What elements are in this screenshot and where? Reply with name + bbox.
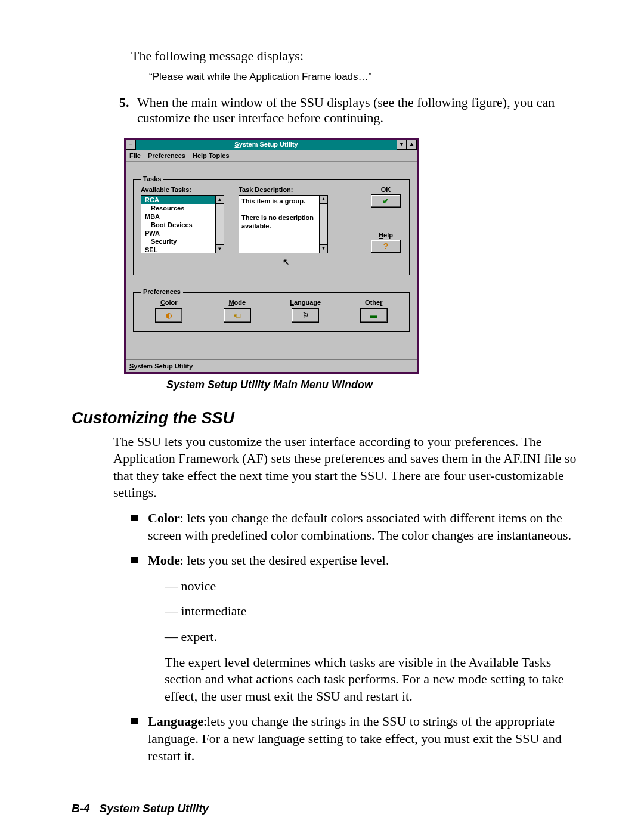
step-text: When the main window of the SSU displays… bbox=[137, 95, 582, 126]
titlebar: – System Setup Utility ▼ ▲ bbox=[126, 140, 417, 150]
ssu-screenshot: – System Setup Utility ▼ ▲ File Preferen… bbox=[124, 138, 582, 374]
pref-mode-label: Mode bbox=[221, 299, 254, 306]
figure-caption: System Setup Utility Main Menu Window bbox=[124, 379, 415, 391]
preferences-group: Preferences Color ◐ Mode •□ Language ⚐ bbox=[133, 292, 410, 332]
pref-color-label: Color bbox=[153, 299, 185, 306]
tasks-scrollbar[interactable]: ▲ ▼ bbox=[215, 195, 224, 253]
bullet-mode: Mode: lets you set the desired expertise… bbox=[131, 552, 582, 705]
available-tasks-label: Available Tasks: bbox=[141, 186, 230, 193]
pref-other-label: Other bbox=[358, 299, 391, 306]
desc-scrollbar[interactable]: ▲ ▼ bbox=[319, 195, 328, 253]
help-label: Help bbox=[370, 231, 402, 239]
maximize-icon[interactable]: ▲ bbox=[407, 140, 417, 150]
bullet-color: Color: lets you change the default color… bbox=[131, 510, 582, 544]
ok-button[interactable]: ✔ bbox=[371, 194, 401, 208]
pref-language-button[interactable]: ⚐ bbox=[292, 308, 319, 323]
palette-icon: ◐ bbox=[166, 311, 172, 320]
tasks-group: Tasks Available Tasks: RCAResourcesMBABo… bbox=[133, 179, 410, 275]
globe-icon: ⚐ bbox=[302, 311, 309, 320]
task-description-box: This item is a group. There is no descri… bbox=[239, 195, 328, 253]
statusbar: System Setup Utility bbox=[126, 359, 417, 372]
available-tasks-list[interactable]: RCAResourcesMBABoot DevicesPWASecuritySE… bbox=[141, 195, 224, 253]
menu-help-topics[interactable]: Help Topics bbox=[193, 152, 230, 159]
minimize-icon[interactable]: ▼ bbox=[397, 140, 407, 150]
menu-preferences[interactable]: Preferences bbox=[148, 152, 185, 159]
intro-line: The following message displays: bbox=[131, 47, 582, 65]
heading-customizing: Customizing the SSU bbox=[72, 409, 582, 428]
scroll-down-icon[interactable]: ▼ bbox=[216, 244, 224, 253]
wait-quote: “Please wait while the Application Frame… bbox=[149, 71, 582, 83]
tasks-legend: Tasks bbox=[141, 175, 163, 182]
mode-after-paragraph: The expert level determines which tasks … bbox=[165, 654, 582, 705]
help-button[interactable]: ? bbox=[371, 240, 401, 253]
system-menu-icon[interactable]: – bbox=[126, 140, 136, 150]
scroll-up-icon[interactable]: ▲ bbox=[216, 196, 224, 204]
other-icon: ▬ bbox=[370, 311, 377, 320]
ok-label: OK bbox=[370, 186, 402, 193]
window-title: System Setup Utility bbox=[136, 140, 397, 150]
menubar: File Preferences Help Topics bbox=[126, 150, 417, 162]
cursor-icon: ↖ bbox=[239, 257, 334, 267]
bullet-language: Language:lets you change the strings in … bbox=[131, 713, 582, 764]
scroll-up-icon[interactable]: ▲ bbox=[320, 196, 327, 204]
pref-language-label: Language bbox=[289, 299, 322, 306]
task-description-label: Task Description: bbox=[239, 186, 334, 193]
task-item[interactable]: Security bbox=[141, 237, 224, 246]
customizing-paragraph: The SSU lets you customize the user inte… bbox=[113, 433, 582, 501]
preferences-legend: Preferences bbox=[141, 288, 183, 295]
task-item[interactable]: Resources bbox=[141, 204, 224, 212]
scroll-down-icon[interactable]: ▼ bbox=[320, 244, 327, 253]
mode-level: intermediate bbox=[165, 603, 582, 620]
mode-icon: •□ bbox=[234, 311, 240, 320]
page-footer: B-4 System Setup Utility bbox=[72, 802, 209, 815]
menu-file[interactable]: File bbox=[129, 152, 141, 159]
mode-level: novice bbox=[165, 578, 582, 595]
step-5: 5. When the main window of the SSU displ… bbox=[119, 95, 582, 126]
step-number: 5. bbox=[119, 95, 137, 126]
pref-mode-button[interactable]: •□ bbox=[224, 308, 251, 323]
task-item[interactable]: SEL bbox=[141, 246, 224, 254]
task-item[interactable]: RCA bbox=[141, 196, 224, 204]
task-item[interactable]: MBA bbox=[141, 212, 224, 221]
mode-level: expert. bbox=[165, 628, 582, 646]
task-item[interactable]: Boot Devices bbox=[141, 221, 224, 229]
task-item[interactable]: PWA bbox=[141, 229, 224, 237]
pref-other-button[interactable]: ▬ bbox=[360, 308, 388, 323]
pref-color-button[interactable]: ◐ bbox=[155, 308, 182, 323]
